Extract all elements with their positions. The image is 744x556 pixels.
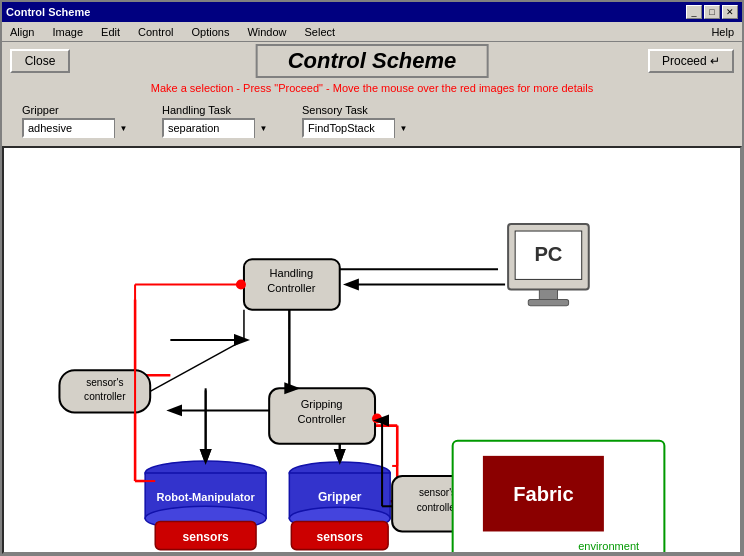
svg-rect-19 bbox=[539, 290, 557, 300]
pc-label: PC bbox=[534, 243, 562, 265]
handling-task-select[interactable]: separation pick place bbox=[162, 118, 272, 138]
svg-text:Controller: Controller bbox=[267, 282, 315, 294]
svg-text:Robot-Manipulator: Robot-Manipulator bbox=[156, 491, 255, 503]
svg-text:environment: environment bbox=[578, 540, 639, 552]
menu-align[interactable]: Align bbox=[6, 25, 38, 39]
menu-edit[interactable]: Edit bbox=[97, 25, 124, 39]
handling-task-label: Handling Task bbox=[162, 104, 231, 116]
sensory-task-label: Sensory Task bbox=[302, 104, 368, 116]
gripping-controller-node[interactable]: Gripping Controller bbox=[269, 388, 382, 443]
sensors-right-node[interactable]: sensors bbox=[291, 521, 388, 549]
sensory-task-select[interactable]: FindTopStack FindObject Detect bbox=[302, 118, 412, 138]
instruction-bar: Make a selection - Press "Proceed" - Mov… bbox=[2, 80, 742, 96]
title-bar: Control Scheme _ □ ✕ bbox=[2, 2, 742, 22]
svg-text:Gripper: Gripper bbox=[318, 490, 362, 504]
sensory-task-select-wrapper: FindTopStack FindObject Detect ▼ bbox=[302, 118, 412, 138]
svg-text:controller: controller bbox=[84, 391, 126, 402]
svg-text:Controller: Controller bbox=[298, 413, 346, 425]
handling-task-group: Handling Task separation pick place ▼ bbox=[162, 104, 272, 138]
gripper-label: Gripper bbox=[22, 104, 59, 116]
handling-controller-node[interactable]: Handling Controller bbox=[236, 259, 340, 309]
sensor-controller-left-node[interactable]: sensor's controller bbox=[59, 370, 150, 412]
page-title: Control Scheme bbox=[256, 44, 489, 78]
close-button[interactable]: Close bbox=[10, 49, 70, 73]
robot-manipulator-node[interactable]: Robot-Manipulator bbox=[145, 461, 266, 531]
handling-task-select-wrapper: separation pick place ▼ bbox=[162, 118, 272, 138]
svg-rect-20 bbox=[528, 300, 568, 306]
toolbar: Close Control Scheme Proceed ↵ bbox=[2, 42, 742, 80]
svg-text:Fabric: Fabric bbox=[513, 483, 574, 505]
sensors-left-node[interactable]: sensors bbox=[155, 521, 256, 549]
minimize-button[interactable]: _ bbox=[686, 5, 702, 19]
menu-select[interactable]: Select bbox=[301, 25, 340, 39]
gripper-group: Gripper adhesive vacuum mechanical ▼ bbox=[22, 104, 132, 138]
svg-text:sensor's: sensor's bbox=[419, 487, 456, 498]
svg-text:Gripping: Gripping bbox=[301, 398, 343, 410]
menu-help[interactable]: Help bbox=[707, 25, 738, 39]
gripper-node[interactable]: Gripper bbox=[289, 462, 390, 530]
menu-window[interactable]: Window bbox=[243, 25, 290, 39]
maximize-button[interactable]: □ bbox=[704, 5, 720, 19]
gripper-select-wrapper: adhesive vacuum mechanical ▼ bbox=[22, 118, 132, 138]
menu-image[interactable]: Image bbox=[48, 25, 87, 39]
svg-text:sensors: sensors bbox=[317, 530, 364, 544]
title-bar-buttons: _ □ ✕ bbox=[686, 5, 738, 19]
proceed-button[interactable]: Proceed ↵ bbox=[648, 49, 734, 73]
menu-control[interactable]: Control bbox=[134, 25, 177, 39]
sensory-task-group: Sensory Task FindTopStack FindObject Det… bbox=[302, 104, 412, 138]
pc-node: PC bbox=[508, 224, 589, 306]
dropdowns-row: Gripper adhesive vacuum mechanical ▼ Han… bbox=[2, 96, 742, 146]
menu-bar: Align Image Edit Control Options Window … bbox=[2, 22, 742, 42]
window-title: Control Scheme bbox=[6, 6, 90, 18]
diagram-svg: PC Handling Controller sensor's controll… bbox=[4, 148, 740, 552]
environment-box: Fabric environment bbox=[453, 441, 665, 552]
window-close-button[interactable]: ✕ bbox=[722, 5, 738, 19]
svg-text:sensors: sensors bbox=[182, 530, 229, 544]
svg-point-31 bbox=[372, 414, 382, 424]
svg-text:Handling: Handling bbox=[269, 267, 313, 279]
svg-text:sensor's: sensor's bbox=[86, 377, 123, 388]
main-window: Control Scheme _ □ ✕ Align Image Edit Co… bbox=[0, 0, 744, 556]
menu-options[interactable]: Options bbox=[187, 25, 233, 39]
gripper-select[interactable]: adhesive vacuum mechanical bbox=[22, 118, 132, 138]
diagram-area: PC Handling Controller sensor's controll… bbox=[2, 146, 742, 554]
svg-line-63 bbox=[150, 340, 244, 391]
